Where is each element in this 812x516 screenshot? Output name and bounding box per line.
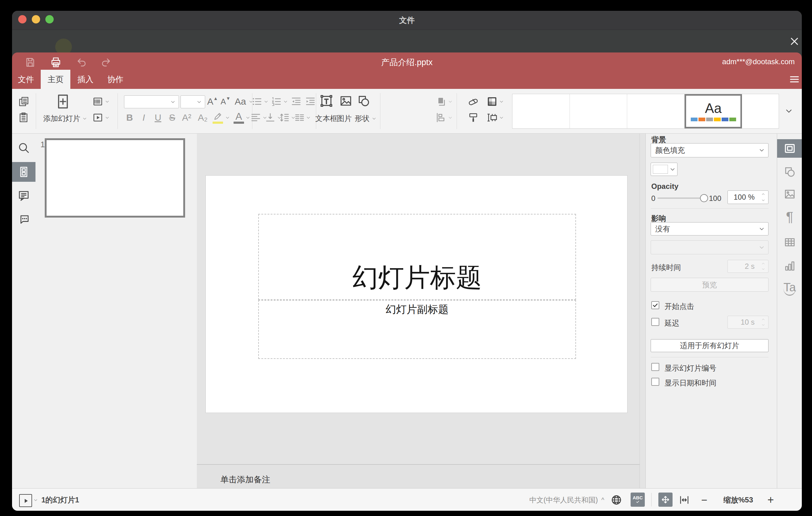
shape-settings-icon[interactable] — [777, 163, 802, 181]
tab-home[interactable]: 主页 — [41, 70, 70, 89]
subtitle-placeholder[interactable]: 幻灯片副标题 — [258, 300, 576, 359]
add-slide-button[interactable]: 添加幻灯片 — [43, 114, 87, 123]
italic-icon[interactable]: I — [138, 112, 150, 123]
effect-select[interactable]: 没有 — [651, 222, 768, 235]
background-fill-select[interactable]: 颜色填充 — [651, 143, 768, 157]
effect-type-select[interactable] — [651, 240, 768, 254]
theme-tile[interactable] — [627, 94, 685, 128]
numbering-chevron-icon[interactable] — [283, 99, 288, 104]
theme-tile[interactable] — [570, 94, 627, 128]
arrange-shape-icon[interactable] — [435, 96, 447, 107]
notes-area[interactable]: 单击添加备注 — [197, 465, 640, 488]
spell-check-icon[interactable]: ABC — [631, 492, 645, 507]
menu-hamburger-icon[interactable] — [787, 73, 802, 86]
slide-layout-chevron-icon[interactable] — [105, 99, 110, 104]
text-box-icon[interactable] — [319, 93, 334, 109]
start-slideshow-status-icon[interactable] — [19, 494, 32, 507]
duration-spinner-arrows[interactable] — [761, 261, 766, 271]
opacity-slider-thumb[interactable] — [700, 194, 708, 202]
zoom-in-button[interactable]: + — [765, 494, 777, 506]
highlight-chevron-icon[interactable] — [225, 115, 230, 120]
text-box-button[interactable]: 文本框 — [315, 114, 338, 123]
align-shape-chevron-icon[interactable] — [448, 115, 453, 120]
theme-tile[interactable] — [513, 94, 570, 128]
fit-to-width-icon[interactable] — [678, 493, 691, 507]
add-slide-icon[interactable] — [55, 93, 71, 110]
font-size-combo[interactable] — [180, 95, 205, 108]
delay-spinner[interactable]: 10 s — [727, 316, 768, 329]
paragraph-settings-icon[interactable]: ¶ — [777, 208, 802, 226]
slideshow-mode-chevron-icon[interactable] — [33, 497, 38, 503]
font-color-icon[interactable]: A — [233, 111, 245, 122]
bullets-chevron-icon[interactable] — [263, 99, 269, 104]
underline-icon[interactable]: U — [152, 112, 164, 123]
arrange-shape-chevron-icon[interactable] — [448, 99, 453, 104]
slide-subtitle-text[interactable]: 幻灯片副标题 — [259, 303, 575, 315]
font-decrease-icon[interactable]: A▼ — [219, 95, 232, 108]
zoom-out-button[interactable]: − — [698, 494, 710, 506]
image-icon[interactable] — [339, 93, 353, 109]
tab-insert[interactable]: 插入 — [76, 70, 95, 89]
show-slide-number-checkbox[interactable] — [651, 363, 659, 371]
strikethrough-icon[interactable]: S — [166, 112, 178, 123]
apply-to-all-slides-button[interactable]: 适用于所有幻灯片 — [651, 339, 768, 352]
shape-icon[interactable] — [357, 93, 371, 109]
slide-canvas[interactable]: 幻灯片标题 幻灯片副标题 — [205, 175, 628, 413]
bold-icon[interactable]: B — [124, 112, 136, 123]
image-settings-icon[interactable] — [777, 185, 802, 203]
change-case-icon[interactable]: Aa — [233, 95, 248, 108]
document-language-icon[interactable] — [610, 493, 623, 507]
font-name-combo[interactable] — [124, 95, 179, 108]
copy-icon[interactable] — [17, 95, 31, 108]
line-spacing-icon[interactable] — [279, 112, 290, 123]
theme-tile[interactable] — [742, 94, 778, 128]
slide-settings-icon[interactable] — [777, 139, 802, 158]
subscript-icon[interactable]: A₂ — [197, 112, 209, 123]
highlight-color-icon[interactable] — [212, 111, 224, 122]
theme-tile-selected[interactable]: Aa — [685, 94, 742, 128]
chat-icon[interactable] — [12, 209, 35, 229]
horizontal-align-icon[interactable] — [250, 112, 262, 123]
decrease-indent-icon[interactable] — [290, 96, 302, 107]
notes-placeholder-text[interactable]: 单击添加备注 — [220, 474, 270, 485]
theme-gallery-expand-icon[interactable] — [781, 103, 797, 119]
tab-collaboration[interactable]: 协作 — [106, 70, 125, 89]
table-settings-icon[interactable] — [777, 233, 802, 252]
slide-size-chevron-icon[interactable] — [499, 115, 504, 120]
vertical-align-icon[interactable] — [264, 112, 276, 123]
opacity-spinner-arrows[interactable] — [761, 192, 766, 202]
start-slideshow-icon[interactable] — [91, 111, 105, 124]
slide-layout-icon[interactable] — [91, 95, 105, 108]
background-color-swatch[interactable] — [651, 163, 677, 176]
clear-style-icon[interactable] — [467, 96, 479, 107]
bullets-icon[interactable] — [251, 96, 263, 107]
opacity-slider-track[interactable] — [658, 198, 704, 199]
increase-indent-icon[interactable] — [304, 96, 316, 107]
title-placeholder[interactable]: 幻灯片标题 — [258, 214, 576, 300]
opacity-value-spinner[interactable]: 100 % — [727, 191, 768, 204]
preview-button[interactable]: 预览 — [651, 278, 768, 292]
fit-to-slide-icon[interactable] — [658, 492, 672, 507]
superscript-icon[interactable]: A² — [180, 112, 193, 123]
shape-button[interactable]: 形状 — [355, 114, 377, 123]
slides-panel-icon[interactable] — [12, 162, 35, 182]
text-art-settings-icon[interactable]: Ta — [777, 279, 802, 297]
show-date-time-checkbox[interactable] — [651, 378, 659, 386]
start-on-click-checkbox[interactable] — [651, 301, 659, 309]
start-slideshow-chevron-icon[interactable] — [105, 115, 110, 120]
tab-file[interactable]: 文件 — [16, 70, 36, 89]
language-selector[interactable]: 中文(中华人民共和国) — [529, 494, 598, 506]
comments-icon[interactable] — [12, 186, 35, 205]
align-shape-icon[interactable] — [435, 112, 447, 123]
paste-icon[interactable] — [17, 111, 31, 124]
slide-thumbnail[interactable] — [45, 138, 185, 218]
select-tool-icon[interactable] — [467, 112, 479, 123]
duration-spinner[interactable]: 2 s — [727, 260, 768, 273]
color-scheme-chevron-icon[interactable] — [499, 99, 504, 104]
color-scheme-icon[interactable] — [486, 96, 498, 107]
numbering-icon[interactable] — [270, 96, 282, 107]
columns-icon[interactable] — [294, 112, 306, 123]
search-icon[interactable] — [12, 138, 35, 158]
delay-spinner-arrows[interactable] — [761, 317, 766, 327]
chart-settings-icon[interactable] — [777, 257, 802, 275]
